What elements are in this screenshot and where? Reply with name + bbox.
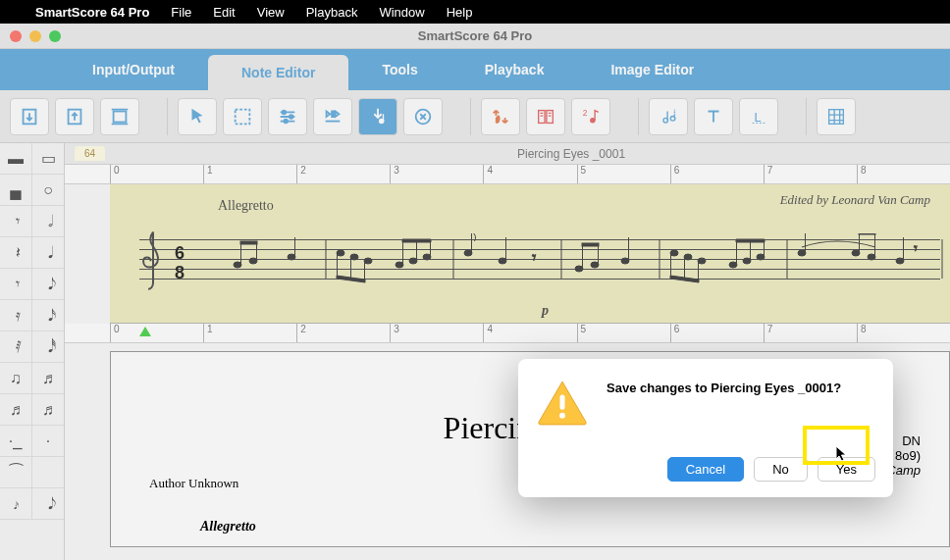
palette-eighth-rest[interactable]: 𝄾 bbox=[0, 269, 32, 299]
palette-eighth-note[interactable]: 𝅘𝅥𝅮 bbox=[32, 269, 64, 299]
toolbar-playback-console[interactable] bbox=[313, 98, 352, 135]
svg-point-20 bbox=[249, 258, 257, 264]
palette-16th-note[interactable]: 𝅘𝅥𝅯 bbox=[32, 300, 64, 331]
svg-point-83 bbox=[559, 413, 565, 419]
ruler-tick: 5 bbox=[577, 324, 670, 342]
tab-playback[interactable]: Playback bbox=[451, 49, 578, 90]
toolbar-voice2[interactable]: 2 bbox=[571, 98, 610, 135]
svg-point-34 bbox=[409, 258, 417, 264]
toolbar: ♯ 2 L bbox=[0, 90, 950, 143]
palette-quarter-rest[interactable]: 𝄽 bbox=[0, 237, 32, 268]
palette-16th-rest[interactable]: 𝄿 bbox=[0, 300, 32, 331]
svg-rect-3 bbox=[236, 109, 250, 124]
toolbar-tool-2[interactable] bbox=[55, 98, 94, 135]
toolbar-parts[interactable] bbox=[526, 98, 565, 135]
toolbar-download-note[interactable] bbox=[358, 98, 397, 135]
window-title: SmartScore 64 Pro bbox=[418, 28, 532, 43]
toolbar-grid[interactable] bbox=[817, 98, 856, 135]
svg-point-26 bbox=[337, 250, 344, 256]
toolbar-transpose[interactable]: ♯ bbox=[481, 98, 520, 135]
save-dialog: Save changes to Piercing Eyes _0001? Can… bbox=[518, 359, 893, 497]
palette-whole-note[interactable]: ○ bbox=[32, 175, 64, 205]
palette-quarter-note[interactable]: 𝅘𝅥 bbox=[32, 237, 64, 268]
svg-rect-82 bbox=[559, 395, 564, 410]
toolbar-select-area[interactable] bbox=[223, 98, 262, 135]
palette-beam-4[interactable]: ♬ bbox=[32, 394, 64, 425]
svg-text:L: L bbox=[754, 109, 761, 124]
palette-whole-rest[interactable]: ▬ bbox=[0, 143, 32, 174]
svg-point-41 bbox=[464, 250, 472, 256]
dialog-cancel-button[interactable]: Cancel bbox=[667, 457, 744, 482]
menu-help[interactable]: Help bbox=[447, 5, 473, 20]
tab-image-editor[interactable]: Image Editor bbox=[577, 49, 727, 90]
tab-tools[interactable]: Tools bbox=[348, 49, 450, 90]
toolbar-delete[interactable] bbox=[403, 98, 443, 135]
ruler-tick: 2 bbox=[296, 324, 390, 342]
svg-point-48 bbox=[591, 262, 599, 268]
traffic-lights bbox=[10, 30, 61, 42]
palette-tie[interactable]: ⁀ bbox=[0, 457, 32, 487]
toolbar-properties[interactable] bbox=[268, 98, 307, 135]
palette-grace1[interactable]: 𝆔 bbox=[0, 488, 32, 519]
palette-32nd-rest[interactable]: 𝅀 bbox=[0, 331, 32, 362]
menu-view[interactable]: View bbox=[257, 5, 285, 20]
menu-file[interactable]: File bbox=[171, 5, 191, 20]
warning-icon bbox=[536, 377, 589, 430]
tab-input-output[interactable]: Input/Output bbox=[59, 49, 208, 90]
window-minimize-button[interactable] bbox=[29, 30, 41, 42]
svg-point-18 bbox=[234, 262, 241, 268]
ruler-tick: 6 bbox=[670, 165, 764, 183]
tempo-marking: Allegretto bbox=[218, 198, 274, 214]
ruler-tick: 4 bbox=[483, 324, 576, 342]
palette-beam-1[interactable]: ♫ bbox=[0, 363, 32, 393]
toolbar-separator bbox=[470, 98, 471, 135]
score-area: 64 Piercing Eyes _0001 0 1 2 3 4 5 6 7 8… bbox=[65, 143, 950, 560]
document-title: Piercing Eyes _0001 bbox=[517, 147, 625, 161]
svg-point-4 bbox=[283, 110, 287, 114]
palette-grace2[interactable]: 𝅘𝅥𝅮 bbox=[32, 488, 64, 519]
menu-playback[interactable]: Playback bbox=[306, 5, 358, 20]
toolbar-text[interactable] bbox=[694, 98, 733, 135]
ruler-tick: 1 bbox=[203, 324, 296, 342]
palette-half-note[interactable]: 𝅗𝅥 bbox=[32, 206, 64, 236]
app-name[interactable]: SmartScore 64 Pro bbox=[35, 5, 149, 20]
svg-point-55 bbox=[670, 250, 678, 256]
palette-dot[interactable]: ·⎯ bbox=[0, 426, 32, 456]
svg-point-62 bbox=[729, 262, 737, 268]
palette-beam-3[interactable]: ♬ bbox=[0, 394, 32, 425]
scanned-score-panel[interactable]: Allegretto Edited by Leonard Van Camp p … bbox=[110, 184, 950, 324]
palette-half-rest[interactable]: ▄ bbox=[0, 175, 32, 205]
document-tab[interactable]: 64 bbox=[75, 146, 105, 161]
svg-point-47 bbox=[575, 266, 583, 272]
tab-note-editor[interactable]: Note Editor bbox=[208, 55, 348, 90]
toolbar-lyric[interactable]: L bbox=[739, 98, 778, 135]
palette-32nd-note[interactable]: 𝅘𝅥𝅰 bbox=[32, 331, 64, 362]
toolbar-tool-1[interactable] bbox=[10, 98, 49, 135]
svg-point-57 bbox=[698, 258, 706, 264]
palette-blank[interactable] bbox=[32, 457, 64, 487]
ruler-tick: 5 bbox=[577, 165, 670, 183]
svg-point-64 bbox=[757, 254, 765, 260]
palette-dot2[interactable]: · bbox=[32, 426, 64, 456]
dialog-yes-button[interactable]: Yes bbox=[818, 457, 875, 482]
menu-edit[interactable]: Edit bbox=[213, 5, 235, 20]
palette-rest-1[interactable]: 𝄾 bbox=[0, 206, 32, 236]
ruler-tick: 2 bbox=[296, 165, 390, 183]
window-close-button[interactable] bbox=[10, 30, 22, 42]
ruler-tick: 7 bbox=[764, 324, 857, 342]
music-staff: 68 𝄾 bbox=[139, 239, 940, 286]
window-zoom-button[interactable] bbox=[49, 30, 61, 42]
toolbar-tool-3[interactable] bbox=[100, 98, 139, 135]
toolbar-hidden[interactable] bbox=[649, 98, 688, 135]
ruler-tick: 0 bbox=[110, 165, 203, 183]
svg-rect-76 bbox=[859, 233, 875, 234]
svg-point-52 bbox=[621, 258, 629, 264]
dialog-no-button[interactable]: No bbox=[754, 457, 808, 482]
menu-window[interactable]: Window bbox=[379, 5, 424, 20]
main-area: ▬▭ ▄○ 𝄾𝅗𝅥 𝄽𝅘𝅥 𝄾𝅘𝅥𝅮 𝄿𝅘𝅥𝅯 𝅀𝅘𝅥𝅰 ♫♬ ♬♬ ·⎯· ⁀… bbox=[0, 143, 950, 560]
palette-measure-rest[interactable]: ▭ bbox=[32, 143, 64, 174]
treble-clef-icon bbox=[139, 229, 167, 290]
palette-beam-2[interactable]: ♬ bbox=[32, 363, 64, 393]
note-palette: ▬▭ ▄○ 𝄾𝅗𝅥 𝄽𝅘𝅥 𝄾𝅘𝅥𝅮 𝄿𝅘𝅥𝅯 𝅀𝅘𝅥𝅰 ♫♬ ♬♬ ·⎯· ⁀… bbox=[0, 143, 65, 560]
toolbar-pointer[interactable] bbox=[178, 98, 217, 135]
